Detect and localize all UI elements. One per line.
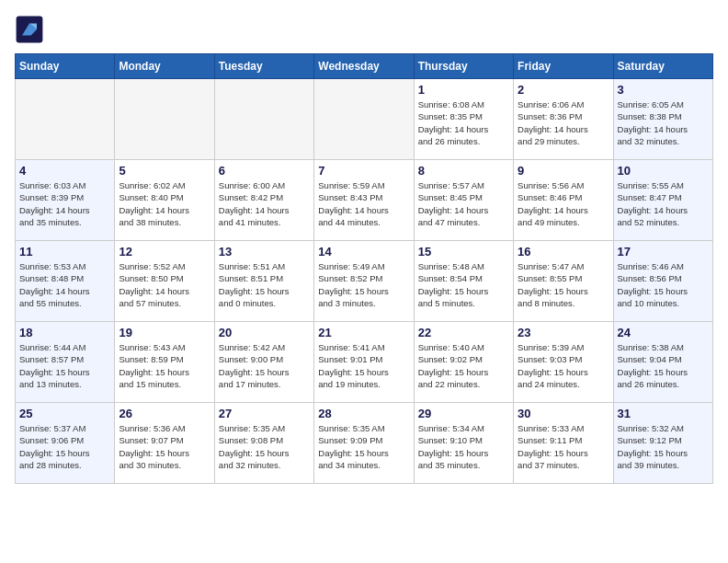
day-info: Sunrise: 6:05 AM Sunset: 8:38 PM Dayligh… bbox=[618, 98, 709, 147]
calendar-cell: 18Sunrise: 5:44 AM Sunset: 8:57 PM Dayli… bbox=[16, 322, 115, 403]
day-info: Sunrise: 6:08 AM Sunset: 8:35 PM Dayligh… bbox=[418, 98, 509, 147]
day-info: Sunrise: 5:56 AM Sunset: 8:46 PM Dayligh… bbox=[518, 179, 609, 228]
day-info: Sunrise: 5:51 AM Sunset: 8:51 PM Dayligh… bbox=[219, 260, 310, 309]
day-info: Sunrise: 5:37 AM Sunset: 9:06 PM Dayligh… bbox=[19, 422, 110, 471]
day-number: 21 bbox=[318, 326, 409, 339]
day-number: 7 bbox=[318, 164, 409, 178]
day-number: 1 bbox=[418, 83, 509, 97]
day-info: Sunrise: 5:52 AM Sunset: 8:50 PM Dayligh… bbox=[119, 260, 210, 309]
calendar-cell: 20Sunrise: 5:42 AM Sunset: 9:00 PM Dayli… bbox=[214, 322, 313, 403]
day-number: 14 bbox=[318, 245, 409, 259]
week-row-2: 4Sunrise: 6:03 AM Sunset: 8:39 PM Daylig… bbox=[16, 160, 713, 241]
day-number: 29 bbox=[418, 407, 509, 420]
weekday-header-saturday: Saturday bbox=[613, 54, 712, 79]
calendar-cell: 4Sunrise: 6:03 AM Sunset: 8:39 PM Daylig… bbox=[16, 160, 115, 241]
day-info: Sunrise: 5:47 AM Sunset: 8:55 PM Dayligh… bbox=[518, 260, 609, 309]
day-number: 31 bbox=[618, 407, 709, 420]
calendar-cell: 26Sunrise: 5:36 AM Sunset: 9:07 PM Dayli… bbox=[115, 403, 214, 484]
day-number: 8 bbox=[418, 164, 509, 178]
day-number: 18 bbox=[19, 326, 110, 339]
day-number: 5 bbox=[119, 164, 210, 178]
day-info: Sunrise: 5:49 AM Sunset: 8:52 PM Dayligh… bbox=[318, 260, 409, 309]
day-number: 13 bbox=[219, 245, 310, 259]
header-row: SundayMondayTuesdayWednesdayThursdayFrid… bbox=[16, 54, 713, 79]
calendar-cell bbox=[314, 79, 414, 160]
week-row-4: 18Sunrise: 5:44 AM Sunset: 8:57 PM Dayli… bbox=[16, 322, 713, 403]
calendar-cell: 21Sunrise: 5:41 AM Sunset: 9:01 PM Dayli… bbox=[314, 322, 414, 403]
day-number: 16 bbox=[518, 245, 609, 259]
calendar-cell: 27Sunrise: 5:35 AM Sunset: 9:08 PM Dayli… bbox=[214, 403, 313, 484]
day-info: Sunrise: 5:59 AM Sunset: 8:43 PM Dayligh… bbox=[318, 179, 409, 228]
calendar-cell: 17Sunrise: 5:46 AM Sunset: 8:56 PM Dayli… bbox=[613, 241, 712, 322]
day-number: 28 bbox=[318, 407, 409, 420]
day-info: Sunrise: 5:36 AM Sunset: 9:07 PM Dayligh… bbox=[119, 422, 210, 471]
day-info: Sunrise: 5:32 AM Sunset: 9:12 PM Dayligh… bbox=[618, 422, 709, 471]
calendar-cell: 10Sunrise: 5:55 AM Sunset: 8:47 PM Dayli… bbox=[613, 160, 712, 241]
day-info: Sunrise: 6:00 AM Sunset: 8:42 PM Dayligh… bbox=[219, 179, 310, 228]
weekday-header-wednesday: Wednesday bbox=[314, 54, 414, 79]
calendar-cell: 3Sunrise: 6:05 AM Sunset: 8:38 PM Daylig… bbox=[613, 79, 712, 160]
calendar-cell: 5Sunrise: 6:02 AM Sunset: 8:40 PM Daylig… bbox=[115, 160, 214, 241]
calendar-cell: 6Sunrise: 6:00 AM Sunset: 8:42 PM Daylig… bbox=[214, 160, 313, 241]
day-number: 27 bbox=[219, 407, 310, 420]
weekday-header-thursday: Thursday bbox=[414, 54, 513, 79]
day-number: 2 bbox=[518, 83, 609, 97]
day-info: Sunrise: 5:43 AM Sunset: 8:59 PM Dayligh… bbox=[119, 341, 210, 390]
day-number: 30 bbox=[518, 407, 609, 420]
day-info: Sunrise: 5:40 AM Sunset: 9:02 PM Dayligh… bbox=[418, 341, 509, 390]
calendar-cell: 2Sunrise: 6:06 AM Sunset: 8:36 PM Daylig… bbox=[514, 79, 613, 160]
weekday-header-friday: Friday bbox=[514, 54, 613, 79]
day-info: Sunrise: 5:41 AM Sunset: 9:01 PM Dayligh… bbox=[318, 341, 409, 390]
calendar-table: SundayMondayTuesdayWednesdayThursdayFrid… bbox=[15, 53, 713, 484]
calendar-cell bbox=[214, 79, 313, 160]
day-number: 12 bbox=[119, 245, 210, 259]
calendar-cell bbox=[115, 79, 214, 160]
logo bbox=[15, 15, 48, 44]
week-row-3: 11Sunrise: 5:53 AM Sunset: 8:48 PM Dayli… bbox=[16, 241, 713, 322]
day-number: 3 bbox=[618, 83, 709, 97]
day-info: Sunrise: 5:48 AM Sunset: 8:54 PM Dayligh… bbox=[418, 260, 509, 309]
day-info: Sunrise: 5:35 AM Sunset: 9:09 PM Dayligh… bbox=[318, 422, 409, 471]
day-number: 9 bbox=[518, 164, 609, 178]
day-info: Sunrise: 5:53 AM Sunset: 8:48 PM Dayligh… bbox=[19, 260, 110, 309]
day-info: Sunrise: 6:03 AM Sunset: 8:39 PM Dayligh… bbox=[19, 179, 110, 228]
day-number: 22 bbox=[418, 326, 509, 339]
calendar-cell: 28Sunrise: 5:35 AM Sunset: 9:09 PM Dayli… bbox=[314, 403, 414, 484]
logo-icon bbox=[15, 15, 44, 44]
calendar-cell: 9Sunrise: 5:56 AM Sunset: 8:46 PM Daylig… bbox=[514, 160, 613, 241]
calendar-cell: 11Sunrise: 5:53 AM Sunset: 8:48 PM Dayli… bbox=[16, 241, 115, 322]
day-number: 26 bbox=[119, 407, 210, 420]
day-number: 4 bbox=[19, 164, 110, 178]
calendar-cell: 31Sunrise: 5:32 AM Sunset: 9:12 PM Dayli… bbox=[613, 403, 712, 484]
day-number: 10 bbox=[618, 164, 709, 178]
calendar-cell: 1Sunrise: 6:08 AM Sunset: 8:35 PM Daylig… bbox=[414, 79, 513, 160]
day-info: Sunrise: 6:06 AM Sunset: 8:36 PM Dayligh… bbox=[518, 98, 609, 147]
day-number: 23 bbox=[518, 326, 609, 339]
calendar-cell bbox=[16, 79, 115, 160]
day-info: Sunrise: 5:44 AM Sunset: 8:57 PM Dayligh… bbox=[19, 341, 110, 390]
weekday-header-tuesday: Tuesday bbox=[214, 54, 313, 79]
page-header bbox=[15, 15, 713, 44]
calendar-cell: 16Sunrise: 5:47 AM Sunset: 8:55 PM Dayli… bbox=[514, 241, 613, 322]
day-number: 20 bbox=[219, 326, 310, 339]
day-number: 19 bbox=[119, 326, 210, 339]
day-info: Sunrise: 5:46 AM Sunset: 8:56 PM Dayligh… bbox=[618, 260, 709, 309]
day-number: 24 bbox=[618, 326, 709, 339]
calendar-cell: 24Sunrise: 5:38 AM Sunset: 9:04 PM Dayli… bbox=[613, 322, 712, 403]
calendar-cell: 30Sunrise: 5:33 AM Sunset: 9:11 PM Dayli… bbox=[514, 403, 613, 484]
weekday-header-sunday: Sunday bbox=[16, 54, 115, 79]
calendar-cell: 29Sunrise: 5:34 AM Sunset: 9:10 PM Dayli… bbox=[414, 403, 513, 484]
calendar-cell: 8Sunrise: 5:57 AM Sunset: 8:45 PM Daylig… bbox=[414, 160, 513, 241]
day-info: Sunrise: 5:39 AM Sunset: 9:03 PM Dayligh… bbox=[518, 341, 609, 390]
calendar-cell: 19Sunrise: 5:43 AM Sunset: 8:59 PM Dayli… bbox=[115, 322, 214, 403]
calendar-cell: 13Sunrise: 5:51 AM Sunset: 8:51 PM Dayli… bbox=[214, 241, 313, 322]
calendar-cell: 14Sunrise: 5:49 AM Sunset: 8:52 PM Dayli… bbox=[314, 241, 414, 322]
weekday-header-monday: Monday bbox=[115, 54, 214, 79]
day-number: 6 bbox=[219, 164, 310, 178]
calendar-cell: 25Sunrise: 5:37 AM Sunset: 9:06 PM Dayli… bbox=[16, 403, 115, 484]
calendar-cell: 15Sunrise: 5:48 AM Sunset: 8:54 PM Dayli… bbox=[414, 241, 513, 322]
day-info: Sunrise: 5:33 AM Sunset: 9:11 PM Dayligh… bbox=[518, 422, 609, 471]
week-row-1: 1Sunrise: 6:08 AM Sunset: 8:35 PM Daylig… bbox=[16, 79, 713, 160]
week-row-5: 25Sunrise: 5:37 AM Sunset: 9:06 PM Dayli… bbox=[16, 403, 713, 484]
day-info: Sunrise: 5:57 AM Sunset: 8:45 PM Dayligh… bbox=[418, 179, 509, 228]
